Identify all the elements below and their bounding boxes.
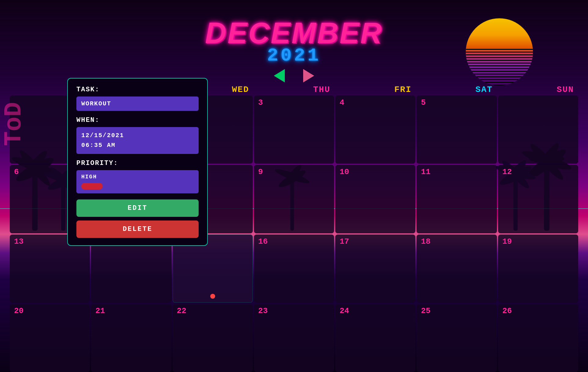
- cal-cell-10[interactable]: 10: [335, 165, 415, 233]
- priority-label: PRIORITY:: [76, 159, 199, 167]
- delete-button[interactable]: DELETE: [76, 221, 199, 238]
- cal-cell-11[interactable]: 11: [417, 165, 497, 233]
- priority-value: HIGH: [81, 174, 194, 180]
- month-title: DECEMBER: [205, 18, 383, 48]
- when-time: 06:35 AM: [81, 140, 194, 150]
- day-header-fri: FRI: [335, 85, 416, 94]
- calendar-row-4: 20 21 22 23 24 25 26: [10, 304, 578, 372]
- cal-cell-empty2[interactable]: [498, 96, 578, 164]
- cal-cell-20[interactable]: 20: [10, 304, 90, 372]
- day-header-sun: SUN: [497, 85, 578, 94]
- cal-cell-23[interactable]: 23: [254, 304, 334, 372]
- cal-cell-25[interactable]: 25: [417, 304, 497, 372]
- cal-cell-17[interactable]: 17: [335, 235, 415, 303]
- cal-cell-21[interactable]: 21: [91, 304, 171, 372]
- cal-cell-4[interactable]: 4: [335, 96, 415, 164]
- next-month-button[interactable]: [303, 69, 314, 82]
- cal-cell-12[interactable]: 12: [498, 165, 578, 233]
- nav-row: [274, 69, 314, 82]
- cal-cell-24[interactable]: 24: [335, 304, 415, 372]
- event-dot: [210, 294, 215, 299]
- task-popup: TASK: WORKOUT WHEN: 12/15/2021 06:35 AM …: [67, 78, 208, 246]
- day-header-sat: SAT: [416, 85, 497, 94]
- priority-box: HIGH: [76, 170, 199, 193]
- day-header-thu: THU: [253, 85, 335, 94]
- prev-month-button[interactable]: [274, 69, 285, 82]
- tod-sidebar-label: ToD: [0, 102, 28, 146]
- cal-cell-16[interactable]: 16: [254, 235, 334, 303]
- year-title: 2021: [267, 45, 321, 66]
- cal-cell-9[interactable]: 9: [254, 165, 334, 233]
- when-value: 12/15/2021 06:35 AM: [76, 127, 199, 154]
- when-date: 12/15/2021: [81, 131, 194, 140]
- when-label: WHEN:: [76, 116, 199, 124]
- edit-button[interactable]: EDIT: [76, 199, 199, 217]
- cal-cell-26[interactable]: 26: [498, 304, 578, 372]
- task-value: WORKOUT: [76, 97, 199, 111]
- cal-cell-18[interactable]: 18: [417, 235, 497, 303]
- cal-cell-22[interactable]: 22: [173, 304, 253, 372]
- task-label: TASK:: [76, 86, 199, 93]
- cal-cell-19[interactable]: 19: [498, 235, 578, 303]
- cal-cell-5[interactable]: 5: [417, 96, 497, 164]
- priority-indicator-high: [81, 183, 103, 190]
- cal-cell-3[interactable]: 3: [254, 96, 334, 164]
